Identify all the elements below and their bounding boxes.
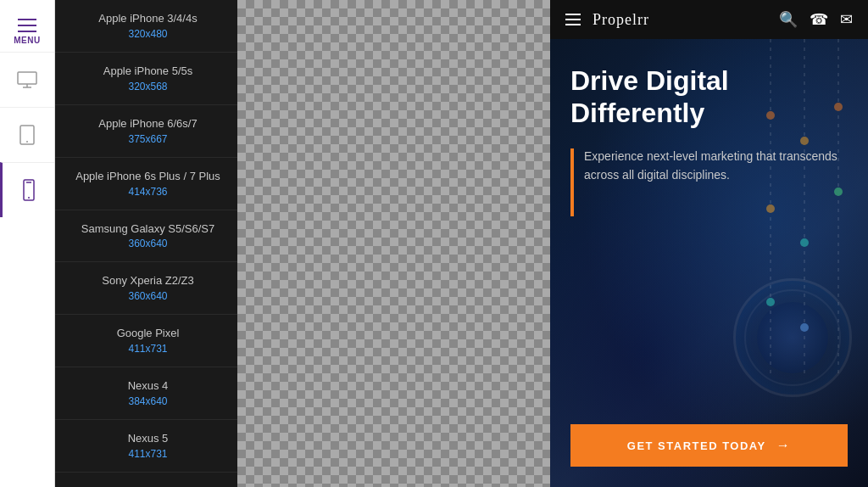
- device-name: Nexus 4: [67, 379, 229, 394]
- hamburger-icon: [18, 19, 36, 32]
- device-size: 414x736: [67, 186, 229, 198]
- device-name: Sony Xperia Z2/Z3: [67, 274, 229, 288]
- mobile-menu-icon[interactable]: [565, 14, 581, 25]
- hero-description-block: Experience next-level marketing that tra…: [570, 147, 848, 216]
- sidebar: MENU: [0, 0, 55, 487]
- device-size: 320x480: [67, 28, 229, 40]
- device-name: Apple iPhone 5/5s: [67, 64, 229, 79]
- mobile-preview: Propelrr 🔍 ☎ ✉: [550, 0, 868, 487]
- desktop-icon: [15, 68, 39, 92]
- cta-arrow-icon: →: [776, 438, 792, 453]
- svg-point-6: [28, 197, 30, 199]
- list-item[interactable]: Apple iPhone 6s Plus / 7 Plus 414x736: [55, 158, 237, 210]
- list-item[interactable]: Nexus 4 384x640: [55, 367, 237, 420]
- device-list: Apple iPhone 3/4/4s 320x480 Apple iPhone…: [55, 0, 237, 487]
- orange-accent-bar: [570, 148, 574, 216]
- device-size: 375x667: [67, 133, 229, 145]
- email-icon[interactable]: ✉: [840, 10, 853, 29]
- brand-logo: Propelrr: [593, 11, 649, 29]
- device-name: Google Pixel: [67, 327, 229, 341]
- mobile-view-button[interactable]: [0, 162, 54, 217]
- hero-cta-area: GET STARTED TODAY →: [570, 424, 848, 467]
- tablet-icon: [15, 123, 39, 147]
- nav-right: 🔍 ☎ ✉: [779, 10, 853, 29]
- phone-icon[interactable]: ☎: [810, 10, 828, 29]
- hero-title: Drive Digital Differently: [570, 64, 848, 130]
- search-icon[interactable]: 🔍: [779, 10, 798, 29]
- tablet-view-button[interactable]: [0, 107, 54, 162]
- cta-label: GET STARTED TODAY: [627, 439, 766, 452]
- list-item[interactable]: Google Pixel 411x731: [55, 315, 237, 367]
- device-name: Apple iPhone 6/6s/7: [67, 117, 229, 132]
- device-size: 411x731: [67, 343, 229, 355]
- hero-description: Experience next-level marketing that tra…: [584, 147, 848, 185]
- device-size: 360x640: [67, 238, 229, 249]
- device-name: Nexus 5: [67, 432, 229, 446]
- device-size: 360x640: [67, 290, 229, 302]
- device-size: 384x640: [67, 395, 229, 407]
- nav-left: Propelrr: [565, 11, 649, 29]
- canvas-area: Propelrr 🔍 ☎ ✉: [237, 0, 868, 487]
- cta-button[interactable]: GET STARTED TODAY →: [570, 424, 848, 467]
- svg-rect-0: [18, 72, 36, 84]
- list-item[interactable]: Apple iPhone 5/5s 320x568: [55, 53, 237, 105]
- hero-content: Drive Digital Differently Experience nex…: [550, 39, 868, 487]
- device-name: Apple iPhone 3/4/4s: [67, 12, 229, 26]
- device-size: 411x731: [67, 448, 229, 460]
- menu-label: MENU: [14, 36, 40, 45]
- svg-point-4: [26, 141, 28, 143]
- list-item[interactable]: Apple iPhone 6/6s/7 375x667: [55, 105, 237, 158]
- list-item[interactable]: Nexus 5 411x731: [55, 420, 237, 473]
- device-size: 320x568: [67, 81, 229, 92]
- desktop-view-button[interactable]: [0, 52, 54, 107]
- menu-button[interactable]: MENU: [0, 8, 54, 52]
- mobile-icon: [17, 178, 41, 202]
- list-item[interactable]: Sony Xperia Z2/Z3 360x640: [55, 262, 237, 315]
- hero-text-area: Drive Digital Differently Experience nex…: [570, 64, 848, 407]
- mobile-navbar: Propelrr 🔍 ☎ ✉: [550, 0, 868, 39]
- device-name: Samsung Galaxy S5/S6/S7: [67, 222, 229, 237]
- list-item[interactable]: Apple iPhone 3/4/4s 320x480: [55, 0, 237, 53]
- list-item[interactable]: Samsung Galaxy S5/S6/S7 360x640: [55, 210, 237, 263]
- mobile-hero: Drive Digital Differently Experience nex…: [550, 39, 868, 487]
- device-name: Apple iPhone 6s Plus / 7 Plus: [67, 170, 229, 184]
